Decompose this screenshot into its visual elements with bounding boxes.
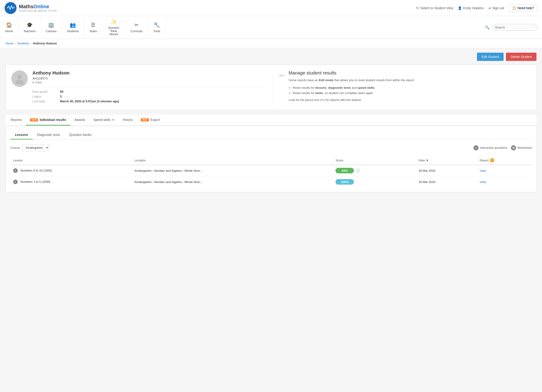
report-help-icon[interactable]: ? [490, 158, 494, 162]
logins-label: Logins [33, 95, 55, 98]
logins-row: Logins 3 [33, 95, 263, 98]
help-icon: 📋 [512, 6, 516, 10]
tab-awards[interactable]: Awards [70, 115, 89, 126]
main-tab-list: Reports NEW Individual results Awards Sp… [5, 115, 537, 126]
nav-bar: 🏠 Home 🎓 Teachers 🏢 Classes 👥 Students ☰… [0, 16, 542, 39]
last-login-label: Last login [33, 100, 55, 103]
tab-reports[interactable]: Reports [6, 115, 26, 126]
sub-tab-lessons[interactable]: Lessons [10, 131, 33, 140]
search-input[interactable] [491, 24, 537, 31]
manage-results-desc: Some reports have an Edit mode that allo… [289, 78, 415, 83]
score-cell-2: 100% [333, 176, 416, 188]
table-body: I Numbers 6 to 10 (1002) Kindergarten › … [10, 165, 532, 187]
nav-item-classes[interactable]: 🏢 Classes [41, 16, 62, 39]
tools-icon: 🔧 [154, 22, 160, 28]
sub-tabs: Lessons Diagnostic tests Question banks [10, 131, 532, 140]
switch-icon: ↻ [416, 6, 419, 10]
teachers-icon: 🎓 [27, 22, 33, 28]
badge-new-export: NEW [141, 118, 149, 121]
student-details: Anthony Hudson AH104570 K Gold Pass grad… [33, 70, 263, 104]
col-date[interactable]: Date ▼ [416, 156, 477, 165]
col-report: Report ? [477, 156, 532, 165]
nav-item-tasks[interactable]: ☰ Tasks [84, 16, 102, 39]
manage-results-note: Look for the pencil icon (✏) for reports… [289, 98, 415, 102]
results-table: Lesson Location Score Date ▼ Report [10, 156, 532, 187]
switch-to-student-view-link[interactable]: ↻ Switch to Student View [416, 6, 453, 10]
sign-out-icon: ➜ [488, 6, 491, 10]
action-buttons: Edit Student Delete Student [5, 53, 537, 61]
breadcrumb-home[interactable]: Home [5, 42, 14, 45]
nav-item-home[interactable]: 🏠 Home [0, 16, 18, 39]
table-row: I Numbers 1 to 5 (1000) Kindergarten › N… [10, 176, 532, 188]
student-id: AH104570 [33, 77, 263, 80]
nav-item-tools[interactable]: 🔧 Tools [148, 16, 166, 39]
breadcrumb-students[interactable]: Students [17, 42, 29, 45]
col-location: Location [132, 156, 333, 165]
need-help-button[interactable]: 📋 Need help? [509, 4, 537, 12]
table-row: I Numbers 6 to 10 (1002) Kindergarten › … [10, 165, 532, 176]
tab-history[interactable]: History [119, 115, 137, 126]
logo-text: MathsOnline YOUR ONLINE MATHS TUTOR [19, 4, 57, 12]
manage-results-panel: ✏ Manage student results Some reports ha… [272, 70, 531, 104]
breadcrumb-current: Anthony Hudson [33, 42, 57, 45]
course-label: Course [10, 146, 20, 150]
students-icon: 👥 [70, 22, 76, 28]
question-bank-wizard-icon: ✨ [111, 19, 117, 25]
nav-item-teachers[interactable]: 🎓 Teachers [18, 16, 41, 39]
curricula-icon: ✂ [134, 22, 138, 28]
view-link-1[interactable]: View [480, 169, 486, 172]
top-bar: MathsOnline YOUR ONLINE MATHS TUTOR ↻ Sw… [0, 0, 542, 16]
nav-item-question-bank-wizard[interactable]: ✨ Question Bank Wizard [102, 16, 125, 39]
score-bar-2: 100% [336, 179, 354, 185]
classes-icon: 🏢 [48, 22, 54, 28]
lesson-type-icon-2: I [13, 180, 18, 184]
report-cell-2: View [477, 176, 532, 188]
nav-item-students[interactable]: 👥 Students [62, 16, 84, 39]
table-header: Lesson Location Score Date ▼ Report [10, 156, 532, 165]
nav-item-curricula[interactable]: ✂ Curricula [125, 16, 148, 39]
manage-results-content: Manage student results Some reports have… [289, 70, 415, 102]
pass-grade-row: Pass grade 80 [33, 90, 263, 93]
student-name: Anthony Hudson [33, 70, 263, 76]
legend-worksheet: W Worksheet [511, 145, 532, 150]
score-bar-1: 83% [336, 168, 354, 173]
tab-export[interactable]: NEW Export [137, 115, 164, 126]
last-login-row: Last login March 30, 2020 at 5:07pm (3 m… [33, 100, 263, 103]
manage-results-icon: ✏ [279, 71, 285, 80]
score-empty-1 [356, 168, 360, 173]
student-info: Anthony Hudson AH104570 K Gold Pass grad… [11, 70, 263, 104]
course-select[interactable]: Kindergarten Year 1 Year 2 Year 3 [22, 144, 49, 151]
tab-speed-skills[interactable]: Speed skills ✏ [89, 115, 119, 126]
lesson-cell-1: I Numbers 6 to 10 (1002) [10, 165, 132, 176]
manage-results-list: Reset results for lessons, diagnostic te… [293, 85, 415, 96]
sign-out-link[interactable]: ➜ Sign out [488, 6, 504, 10]
worksheet-badge: W [511, 145, 516, 150]
edit-student-button[interactable]: Edit Student [477, 53, 504, 61]
tasks-icon: ☰ [91, 22, 95, 28]
legend: I Interactive questions W Worksheet [473, 145, 532, 150]
legend-interactive: I Interactive questions [473, 145, 507, 150]
pass-grade-label: Pass grade [33, 90, 55, 93]
sub-tab-diagnostic-tests[interactable]: Diagnostic tests [33, 131, 65, 140]
interactive-badge: I [473, 145, 478, 150]
date-cell-2: 30 Mar 2020 [416, 176, 477, 188]
report-cell-1: View [477, 165, 532, 176]
user-menu[interactable]: 👤 Kristy Hopkins [458, 6, 484, 10]
svg-point-1 [17, 75, 22, 79]
col-score: Score [333, 156, 416, 165]
lesson-type-icon-1: I [13, 168, 18, 173]
pencil-icon: ✏ [112, 118, 114, 122]
logo-icon [5, 2, 16, 14]
sort-icon: ▼ [426, 159, 429, 162]
home-icon: 🏠 [6, 22, 12, 28]
last-login-value: March 30, 2020 at 5:07pm (3 minutes ago) [60, 100, 119, 103]
view-link-2[interactable]: View [480, 180, 486, 184]
nav-search-area: 🔍 [480, 16, 542, 39]
tab-individual-results[interactable]: NEW Individual results [26, 115, 70, 126]
delete-student-button[interactable]: Delete Student [506, 53, 537, 61]
manage-results-title: Manage student results [289, 70, 415, 76]
breadcrumb-sep1: › [15, 42, 16, 45]
lesson-cell-2: I Numbers 1 to 5 (1000) [10, 176, 132, 188]
sub-tab-question-banks[interactable]: Question banks [65, 131, 96, 140]
location-cell-1: Kindergarten › Number and Algebra › Whol… [132, 165, 333, 176]
